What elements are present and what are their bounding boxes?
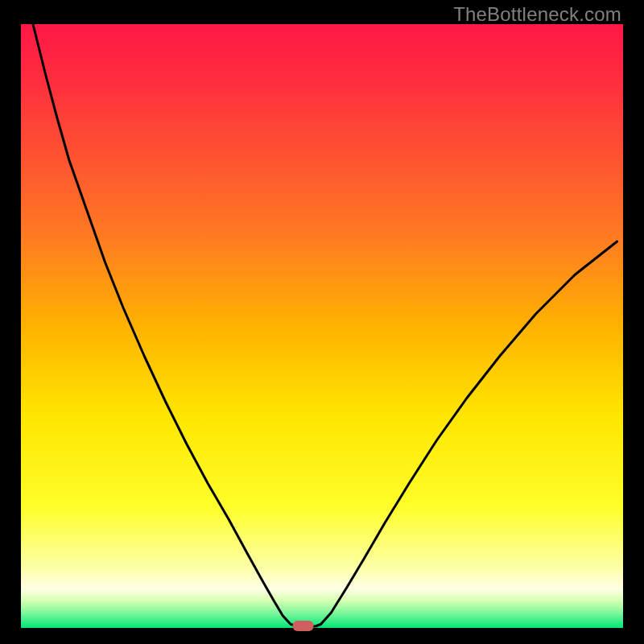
plot-background — [21, 24, 623, 628]
optimal-point-marker — [293, 621, 314, 631]
chart-container: TheBottleneck.com — [0, 0, 644, 644]
watermark-text: TheBottleneck.com — [453, 3, 621, 26]
bottleneck-curve-chart — [0, 0, 644, 644]
